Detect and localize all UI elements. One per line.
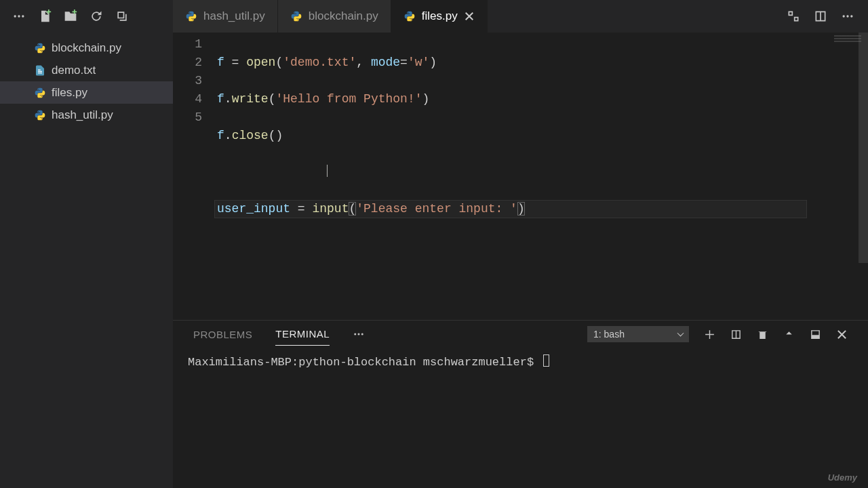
file-list: blockchain.py demo.txt files.py hash_uti…: [0, 33, 173, 126]
panel-tabs: Problems Terminal 1: bash: [173, 321, 868, 348]
terminal-selector[interactable]: 1: bash: [587, 326, 689, 342]
split-terminal-icon[interactable]: [730, 329, 742, 340]
svg-point-2: [22, 15, 24, 17]
scrollbar-thumb[interactable]: [859, 33, 868, 263]
terminal-cursor: [543, 354, 549, 367]
tab-files[interactable]: files.py: [391, 0, 488, 33]
svg-point-4: [846, 15, 848, 17]
more-actions-icon[interactable]: [841, 9, 854, 23]
compare-changes-icon[interactable]: [787, 9, 800, 23]
line-number-gutter: 1 2 3 4 5: [173, 33, 217, 320]
close-panel-icon[interactable]: [836, 329, 848, 340]
new-folder-icon[interactable]: [64, 9, 77, 23]
file-item-hashutil[interactable]: hash_util.py: [0, 104, 173, 126]
terminal-body[interactable]: Maximilians-MBP:python-blockchain mschwa…: [173, 348, 868, 488]
svg-point-7: [358, 333, 360, 336]
text-file-icon: [34, 64, 46, 77]
file-label: files.py: [52, 86, 87, 100]
tab-hash-util[interactable]: hash_util.py: [173, 0, 278, 33]
svg-point-0: [14, 15, 16, 17]
maximize-panel-icon[interactable]: [783, 329, 795, 340]
tab-blockchain[interactable]: blockchain.py: [278, 0, 391, 33]
code-content[interactable]: f = open('demo.txt', mode='w') f.write('…: [217, 33, 868, 320]
explorer-toolbar: [0, 0, 173, 33]
python-file-icon: [403, 10, 416, 22]
svg-point-8: [361, 333, 363, 336]
python-file-icon: [34, 42, 46, 54]
file-item-files[interactable]: files.py: [0, 81, 173, 104]
new-terminal-icon[interactable]: [704, 329, 715, 340]
file-label: blockchain.py: [52, 41, 121, 55]
panel-tab-problems[interactable]: Problems: [193, 323, 252, 346]
kill-terminal-icon[interactable]: [757, 329, 768, 340]
editor-actions: [773, 0, 868, 33]
file-item-demo[interactable]: demo.txt: [0, 59, 173, 81]
refresh-icon[interactable]: [90, 9, 103, 23]
svg-point-5: [850, 15, 852, 17]
new-file-icon[interactable]: [38, 9, 52, 23]
code-editor[interactable]: 1 2 3 4 5 f = open('demo.txt', mode='w')…: [173, 33, 868, 320]
svg-point-3: [843, 15, 845, 17]
tab-label: hash_util.py: [203, 9, 265, 23]
tab-label: blockchain.py: [309, 9, 378, 23]
split-editor-icon[interactable]: [814, 9, 827, 23]
file-label: hash_util.py: [52, 108, 113, 122]
python-file-icon: [34, 109, 46, 121]
toggle-panel-icon[interactable]: [810, 329, 821, 340]
tab-label: files.py: [422, 9, 458, 23]
python-file-icon: [34, 87, 46, 99]
terminal-prompt: Maximilians-MBP:python-blockchain mschwa…: [188, 356, 540, 369]
ellipsis-icon[interactable]: [12, 9, 26, 23]
editor-group: hash_util.py blockchain.py files.py 1 2: [173, 0, 868, 488]
close-icon[interactable]: [464, 11, 475, 22]
panel-actions: 1: bash: [587, 326, 848, 342]
file-label: demo.txt: [52, 64, 96, 77]
sidebar: blockchain.py demo.txt files.py hash_uti…: [0, 0, 173, 488]
panel-more-icon[interactable]: [353, 328, 365, 340]
panel-tab-terminal[interactable]: Terminal: [275, 323, 330, 346]
watermark-brand: Udemy: [828, 472, 857, 483]
tabs-row: hash_util.py blockchain.py files.py: [173, 0, 868, 33]
text-cursor: [327, 165, 328, 177]
collapse-all-icon[interactable]: [115, 9, 129, 23]
minimap[interactable]: [834, 35, 861, 47]
python-file-icon: [290, 10, 302, 22]
svg-point-6: [354, 333, 356, 336]
svg-point-1: [18, 15, 20, 17]
bottom-panel: Problems Terminal 1: bash Maximilians-MB…: [173, 320, 868, 488]
editor-scrollbar[interactable]: [859, 33, 868, 488]
file-item-blockchain[interactable]: blockchain.py: [0, 37, 173, 59]
python-file-icon: [185, 10, 197, 22]
